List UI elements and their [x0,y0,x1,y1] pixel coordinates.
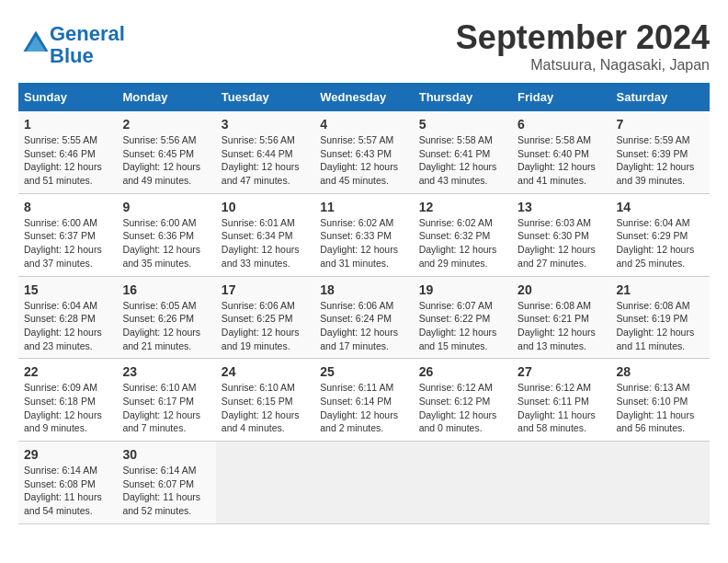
day-number: 7 [617,117,704,132]
logo-line1: General [50,22,125,45]
day-number: 14 [617,200,704,214]
day-info: Sunrise: 5:57 AM Sunset: 6:43 PM Dayligh… [320,133,407,188]
day-number: 2 [122,117,210,132]
day-info: Sunrise: 6:14 AM Sunset: 6:08 PM Dayligh… [24,464,111,518]
calendar-row-0: 1Sunrise: 5:55 AM Sunset: 6:46 PM Daylig… [18,111,710,193]
day-number: 6 [518,117,605,132]
calendar-cell: 14Sunrise: 6:04 AM Sunset: 6:29 PM Dayli… [611,193,710,276]
day-info: Sunrise: 6:02 AM Sunset: 6:33 PM Dayligh… [320,216,407,270]
day-number: 22 [24,364,111,379]
weekday-header-monday: Monday [117,83,215,111]
calendar-cell [216,442,314,524]
day-info: Sunrise: 6:12 AM Sunset: 6:11 PM Dayligh… [518,381,605,435]
calendar-table: SundayMondayTuesdayWednesdayThursdayFrid… [18,83,710,524]
calendar-cell: 20Sunrise: 6:08 AM Sunset: 6:21 PM Dayli… [512,276,610,359]
calendar-cell: 12Sunrise: 6:02 AM Sunset: 6:32 PM Dayli… [414,193,512,276]
calendar-cell: 10Sunrise: 6:01 AM Sunset: 6:34 PM Dayli… [216,193,314,276]
day-info: Sunrise: 5:56 AM Sunset: 6:45 PM Dayligh… [122,133,210,188]
day-number: 9 [122,200,210,214]
day-number: 24 [222,364,309,379]
day-number: 21 [617,282,704,297]
calendar-cell: 23Sunrise: 6:10 AM Sunset: 6:17 PM Dayli… [117,359,215,442]
day-info: Sunrise: 6:13 AM Sunset: 6:10 PM Dayligh… [617,381,704,435]
day-number: 28 [617,364,704,379]
day-number: 30 [122,447,210,462]
day-info: Sunrise: 5:59 AM Sunset: 6:39 PM Dayligh… [617,133,704,188]
day-number: 11 [320,200,407,214]
day-info: Sunrise: 6:00 AM Sunset: 6:36 PM Dayligh… [122,216,210,270]
calendar-cell: 1Sunrise: 5:55 AM Sunset: 6:46 PM Daylig… [18,111,117,193]
day-number: 23 [122,364,210,379]
day-number: 20 [518,282,605,297]
day-number: 12 [419,200,506,214]
day-info: Sunrise: 6:00 AM Sunset: 6:37 PM Dayligh… [24,216,111,270]
day-info: Sunrise: 6:08 AM Sunset: 6:21 PM Dayligh… [518,299,605,353]
day-number: 16 [122,282,210,297]
day-info: Sunrise: 6:09 AM Sunset: 6:18 PM Dayligh… [24,381,111,435]
weekday-header-thursday: Thursday [414,83,512,111]
day-number: 3 [222,117,309,132]
day-info: Sunrise: 6:04 AM Sunset: 6:29 PM Dayligh… [617,216,704,270]
calendar-cell: 5Sunrise: 5:58 AM Sunset: 6:41 PM Daylig… [414,111,512,193]
day-number: 17 [222,282,309,297]
calendar-cell: 8Sunrise: 6:00 AM Sunset: 6:37 PM Daylig… [18,193,117,276]
header-area: General Blue September 2024 Matsuura, Na… [18,18,710,74]
calendar-cell [414,442,512,524]
weekday-header-tuesday: Tuesday [216,83,314,111]
calendar-cell: 24Sunrise: 6:10 AM Sunset: 6:15 PM Dayli… [216,359,314,442]
calendar-cell [611,442,710,524]
day-number: 15 [24,282,111,297]
calendar-cell: 28Sunrise: 6:13 AM Sunset: 6:10 PM Dayli… [611,359,710,442]
day-info: Sunrise: 5:55 AM Sunset: 6:46 PM Dayligh… [24,133,111,188]
calendar-row-3: 22Sunrise: 6:09 AM Sunset: 6:18 PM Dayli… [18,359,710,442]
calendar-cell: 9Sunrise: 6:00 AM Sunset: 6:36 PM Daylig… [117,193,215,276]
day-number: 10 [222,200,309,214]
day-number: 5 [419,117,506,132]
calendar-cell: 18Sunrise: 6:06 AM Sunset: 6:24 PM Dayli… [314,276,413,359]
day-info: Sunrise: 6:10 AM Sunset: 6:15 PM Dayligh… [222,381,309,435]
day-number: 4 [320,117,407,132]
calendar-cell: 26Sunrise: 6:12 AM Sunset: 6:12 PM Dayli… [414,359,512,442]
day-number: 29 [24,447,111,462]
day-info: Sunrise: 5:58 AM Sunset: 6:41 PM Dayligh… [419,133,506,188]
calendar-cell [314,442,413,524]
weekday-header-wednesday: Wednesday [314,83,413,111]
calendar-cell: 29Sunrise: 6:14 AM Sunset: 6:08 PM Dayli… [18,442,117,524]
logo-line2: Blue [50,44,94,67]
day-info: Sunrise: 6:06 AM Sunset: 6:25 PM Dayligh… [222,299,309,353]
calendar-cell: 27Sunrise: 6:12 AM Sunset: 6:11 PM Dayli… [512,359,610,442]
calendar-cell: 30Sunrise: 6:14 AM Sunset: 6:07 PM Dayli… [117,442,215,524]
day-info: Sunrise: 6:14 AM Sunset: 6:07 PM Dayligh… [122,464,210,518]
day-number: 1 [24,117,111,132]
day-info: Sunrise: 6:02 AM Sunset: 6:32 PM Dayligh… [419,216,506,270]
weekday-header-saturday: Saturday [611,83,710,111]
calendar-cell [512,442,610,524]
calendar-cell: 25Sunrise: 6:11 AM Sunset: 6:14 PM Dayli… [314,359,413,442]
month-title: September 2024 [456,18,710,57]
calendar-cell: 7Sunrise: 5:59 AM Sunset: 6:39 PM Daylig… [611,111,710,193]
weekday-header-sunday: Sunday [18,83,117,111]
day-info: Sunrise: 6:10 AM Sunset: 6:17 PM Dayligh… [122,381,210,435]
calendar-cell: 11Sunrise: 6:02 AM Sunset: 6:33 PM Dayli… [314,193,413,276]
day-number: 26 [419,364,506,379]
day-number: 19 [419,282,506,297]
day-info: Sunrise: 6:04 AM Sunset: 6:28 PM Dayligh… [24,299,111,353]
day-info: Sunrise: 6:06 AM Sunset: 6:24 PM Dayligh… [320,299,407,353]
calendar-cell: 22Sunrise: 6:09 AM Sunset: 6:18 PM Dayli… [18,359,117,442]
calendar-cell: 4Sunrise: 5:57 AM Sunset: 6:43 PM Daylig… [314,111,413,193]
day-number: 13 [518,200,605,214]
day-number: 25 [320,364,407,379]
day-info: Sunrise: 6:07 AM Sunset: 6:22 PM Dayligh… [419,299,506,353]
calendar-row-4: 29Sunrise: 6:14 AM Sunset: 6:08 PM Dayli… [18,442,710,524]
calendar-cell: 6Sunrise: 5:58 AM Sunset: 6:40 PM Daylig… [512,111,610,193]
day-info: Sunrise: 5:58 AM Sunset: 6:40 PM Dayligh… [518,133,605,188]
weekday-header-row: SundayMondayTuesdayWednesdayThursdayFrid… [18,83,710,111]
day-number: 27 [518,364,605,379]
title-area: September 2024 Matsuura, Nagasaki, Japan [456,18,710,74]
day-info: Sunrise: 6:11 AM Sunset: 6:14 PM Dayligh… [320,381,407,435]
calendar-row-2: 15Sunrise: 6:04 AM Sunset: 6:28 PM Dayli… [18,276,710,359]
weekday-header-friday: Friday [512,83,610,111]
logo: General Blue [18,23,125,67]
location-title: Matsuura, Nagasaki, Japan [456,57,710,74]
calendar-cell: 19Sunrise: 6:07 AM Sunset: 6:22 PM Dayli… [414,276,512,359]
